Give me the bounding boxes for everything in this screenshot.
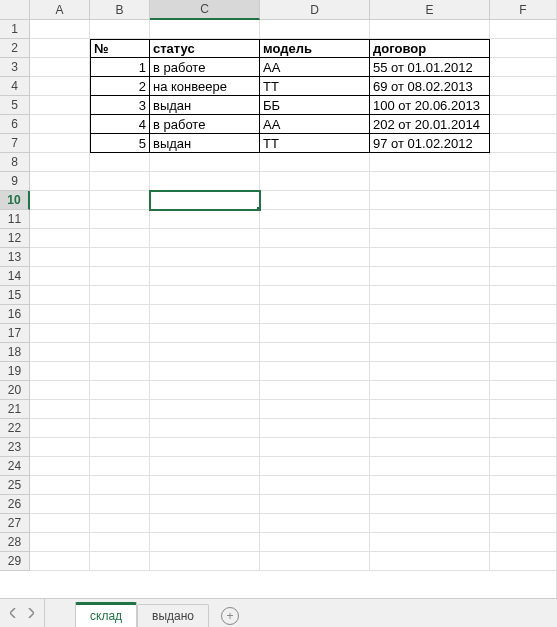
cell[interactable] [30, 305, 90, 324]
cell[interactable]: договор [370, 39, 490, 58]
cell[interactable] [260, 343, 370, 362]
cell[interactable] [150, 305, 260, 324]
cell[interactable] [30, 20, 90, 39]
cell[interactable] [490, 229, 557, 248]
row-header[interactable]: 11 [0, 210, 30, 229]
cell[interactable] [150, 153, 260, 172]
cell[interactable] [260, 457, 370, 476]
cell[interactable] [490, 248, 557, 267]
cell[interactable] [490, 381, 557, 400]
tab-nav-prev-icon[interactable] [6, 606, 20, 620]
cell[interactable] [370, 324, 490, 343]
cell[interactable] [150, 457, 260, 476]
cell[interactable] [370, 533, 490, 552]
cell[interactable] [260, 400, 370, 419]
cell[interactable] [150, 552, 260, 571]
row-header[interactable]: 27 [0, 514, 30, 533]
cell[interactable] [370, 20, 490, 39]
cell[interactable] [490, 115, 557, 134]
cell[interactable] [90, 210, 150, 229]
cell[interactable] [490, 533, 557, 552]
cell[interactable] [90, 400, 150, 419]
cell[interactable] [370, 457, 490, 476]
cell[interactable]: 2 [90, 77, 150, 96]
cell[interactable]: 69 от 08.02.2013 [370, 77, 490, 96]
col-header-B[interactable]: B [90, 0, 150, 20]
cell[interactable] [150, 381, 260, 400]
cell[interactable] [260, 153, 370, 172]
cell[interactable] [260, 381, 370, 400]
cell[interactable] [370, 476, 490, 495]
cell[interactable] [490, 286, 557, 305]
cell[interactable] [490, 400, 557, 419]
col-header-A[interactable]: A [30, 0, 90, 20]
cell[interactable] [30, 324, 90, 343]
cell[interactable] [260, 533, 370, 552]
cell[interactable] [30, 362, 90, 381]
row-header[interactable]: 29 [0, 552, 30, 571]
cell[interactable]: выдан [150, 96, 260, 115]
cell[interactable] [150, 286, 260, 305]
cell[interactable] [30, 191, 90, 210]
row-header[interactable]: 9 [0, 172, 30, 191]
row-header[interactable]: 7 [0, 134, 30, 153]
cell[interactable] [30, 77, 90, 96]
cell[interactable] [490, 514, 557, 533]
cell[interactable] [150, 324, 260, 343]
cell[interactable] [150, 438, 260, 457]
cell[interactable] [490, 476, 557, 495]
cell[interactable] [90, 343, 150, 362]
cell[interactable]: АА [260, 58, 370, 77]
cell[interactable] [150, 400, 260, 419]
cell[interactable] [260, 324, 370, 343]
cell[interactable] [260, 362, 370, 381]
row-header[interactable]: 18 [0, 343, 30, 362]
col-header-D[interactable]: D [260, 0, 370, 20]
cell[interactable] [370, 305, 490, 324]
row-header[interactable]: 1 [0, 20, 30, 39]
cell[interactable] [150, 248, 260, 267]
col-header-F[interactable]: F [490, 0, 557, 20]
cell[interactable] [150, 362, 260, 381]
cell[interactable] [370, 381, 490, 400]
cell[interactable]: 5 [90, 134, 150, 153]
cell[interactable]: 202 от 20.01.2014 [370, 115, 490, 134]
row-header[interactable]: 23 [0, 438, 30, 457]
cell[interactable] [90, 533, 150, 552]
cell[interactable]: статус [150, 39, 260, 58]
cell[interactable] [260, 191, 370, 210]
cell[interactable]: выдан [150, 134, 260, 153]
row-header[interactable]: 4 [0, 77, 30, 96]
row-header[interactable]: 24 [0, 457, 30, 476]
cell[interactable] [260, 248, 370, 267]
cell[interactable] [30, 400, 90, 419]
cell[interactable] [260, 172, 370, 191]
cell[interactable]: 100 от 20.06.2013 [370, 96, 490, 115]
cell[interactable] [30, 381, 90, 400]
sheet-tab-active[interactable]: склад [75, 602, 137, 627]
cell[interactable] [90, 457, 150, 476]
cell[interactable]: на конвеере [150, 77, 260, 96]
cell[interactable]: ББ [260, 96, 370, 115]
cell[interactable] [490, 324, 557, 343]
cell[interactable] [30, 134, 90, 153]
cell[interactable] [370, 267, 490, 286]
cell[interactable] [370, 153, 490, 172]
row-header[interactable]: 19 [0, 362, 30, 381]
cell[interactable] [30, 96, 90, 115]
cell[interactable] [30, 514, 90, 533]
cell[interactable] [490, 305, 557, 324]
cell[interactable] [150, 514, 260, 533]
cell[interactable] [370, 552, 490, 571]
cell[interactable] [490, 172, 557, 191]
cell[interactable] [90, 438, 150, 457]
cell[interactable] [370, 248, 490, 267]
row-header[interactable]: 2 [0, 39, 30, 58]
cell[interactable] [90, 495, 150, 514]
cell[interactable] [30, 457, 90, 476]
row-header[interactable]: 17 [0, 324, 30, 343]
cell[interactable] [90, 476, 150, 495]
cell[interactable] [490, 419, 557, 438]
cell[interactable]: АА [260, 115, 370, 134]
cell[interactable] [260, 438, 370, 457]
